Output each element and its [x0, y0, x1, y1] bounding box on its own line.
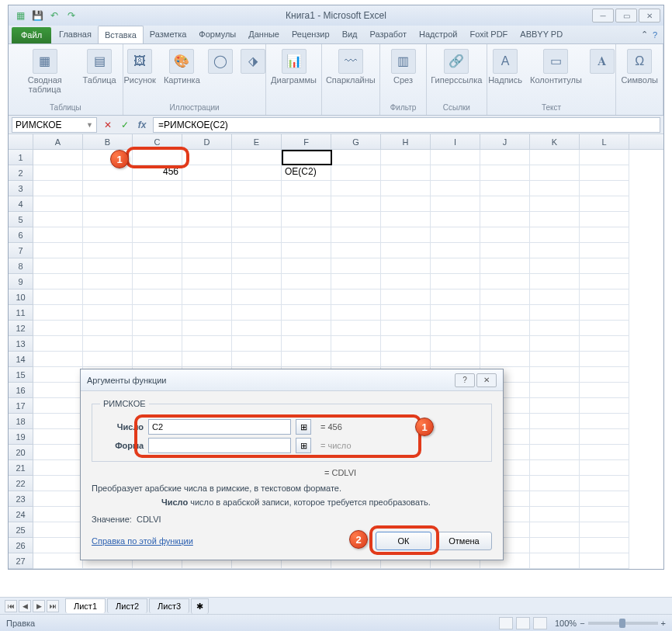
cell[interactable] [580, 429, 629, 445]
cell[interactable] [182, 181, 232, 196]
row-header[interactable]: 8 [9, 258, 33, 274]
cell[interactable] [381, 150, 431, 165]
row-header[interactable]: 12 [9, 321, 33, 336]
cell[interactable] [282, 336, 331, 352]
cell[interactable] [33, 212, 83, 227]
cell[interactable] [83, 181, 133, 196]
cell[interactable] [431, 227, 480, 243]
fx-icon[interactable]: fx [134, 118, 150, 132]
cell[interactable] [331, 336, 381, 352]
row-header[interactable]: 18 [9, 414, 33, 429]
cell[interactable] [182, 336, 232, 352]
cell[interactable] [33, 460, 83, 476]
cell[interactable] [133, 305, 182, 321]
cell[interactable] [530, 414, 580, 429]
cell[interactable] [282, 305, 331, 321]
cell[interactable] [580, 367, 629, 383]
cell[interactable] [580, 305, 629, 321]
cell[interactable] [232, 305, 282, 321]
cell[interactable] [530, 507, 580, 522]
cell[interactable]: 456 [133, 165, 182, 181]
cell[interactable] [530, 196, 580, 212]
cell[interactable] [182, 289, 232, 305]
cell[interactable] [331, 289, 381, 305]
cell[interactable] [33, 538, 83, 553]
col-header[interactable]: H [381, 134, 431, 149]
clipart-button[interactable]: 🎨Картинка [162, 47, 202, 86]
cell[interactable] [580, 212, 629, 227]
cell[interactable] [580, 258, 629, 274]
cell[interactable] [530, 367, 580, 383]
cell[interactable] [33, 398, 83, 414]
cell[interactable] [580, 476, 629, 491]
sheet-nav-prev[interactable]: ◀ [19, 600, 31, 612]
col-header[interactable]: B [83, 134, 133, 149]
cell[interactable] [33, 165, 83, 181]
cell[interactable] [580, 398, 629, 414]
cell[interactable] [530, 538, 580, 553]
cell[interactable] [381, 352, 431, 367]
cell[interactable]: ОЕ(C2) [282, 165, 331, 181]
view-layout-button[interactable] [516, 617, 530, 629]
cell[interactable] [232, 165, 282, 181]
cell[interactable] [480, 165, 530, 181]
cell[interactable] [133, 181, 182, 196]
cell[interactable] [580, 243, 629, 258]
cell[interactable] [580, 445, 629, 460]
cell[interactable] [480, 321, 530, 336]
sheet-tab[interactable]: Лист1 [65, 598, 106, 613]
zoom-out-button[interactable]: − [580, 619, 584, 628]
cell[interactable] [580, 383, 629, 398]
help-icon[interactable]: ? [653, 30, 657, 40]
row-header[interactable]: 4 [9, 196, 33, 212]
cell[interactable] [530, 352, 580, 367]
cell[interactable] [83, 274, 133, 289]
cell[interactable] [83, 258, 133, 274]
cell[interactable] [431, 336, 480, 352]
cell[interactable] [530, 522, 580, 538]
minimize-button[interactable]: ─ [592, 9, 614, 23]
row-header[interactable]: 13 [9, 336, 33, 352]
cell[interactable] [33, 445, 83, 460]
cell[interactable] [232, 150, 282, 165]
cell[interactable] [232, 274, 282, 289]
row-header[interactable]: 5 [9, 212, 33, 227]
cell[interactable] [83, 165, 133, 181]
cancel-formula-icon[interactable]: ✕ [100, 118, 116, 132]
cell[interactable] [33, 258, 83, 274]
cell[interactable] [580, 522, 629, 538]
cell[interactable] [530, 150, 580, 165]
sheet-tab[interactable]: Лист3 [149, 598, 189, 613]
cell[interactable] [381, 258, 431, 274]
cell[interactable] [431, 305, 480, 321]
cell[interactable] [580, 352, 629, 367]
cell[interactable] [431, 165, 480, 181]
cell[interactable] [232, 289, 282, 305]
col-header[interactable]: I [431, 134, 480, 149]
new-sheet-button[interactable]: ✱ [191, 598, 209, 614]
table-button[interactable]: ▤Таблица [81, 47, 118, 86]
cell[interactable] [33, 507, 83, 522]
cell[interactable] [83, 305, 133, 321]
cell[interactable] [331, 181, 381, 196]
cell[interactable] [282, 321, 331, 336]
cell[interactable] [282, 274, 331, 289]
tab-addins[interactable]: Надстрой [413, 26, 463, 43]
cell[interactable] [83, 227, 133, 243]
confirm-formula-icon[interactable]: ✓ [117, 118, 133, 132]
cell[interactable] [580, 150, 629, 165]
row-header[interactable]: 16 [9, 383, 33, 398]
cell[interactable] [182, 196, 232, 212]
cell[interactable] [580, 336, 629, 352]
cell[interactable] [83, 212, 133, 227]
cell[interactable] [480, 212, 530, 227]
cell[interactable] [580, 414, 629, 429]
cell[interactable] [232, 352, 282, 367]
cell[interactable] [133, 243, 182, 258]
row-header[interactable]: 14 [9, 352, 33, 367]
cell[interactable] [232, 196, 282, 212]
cell[interactable] [133, 289, 182, 305]
cell[interactable] [480, 196, 530, 212]
redo-icon[interactable]: ↷ [64, 9, 78, 23]
cell[interactable] [33, 476, 83, 491]
